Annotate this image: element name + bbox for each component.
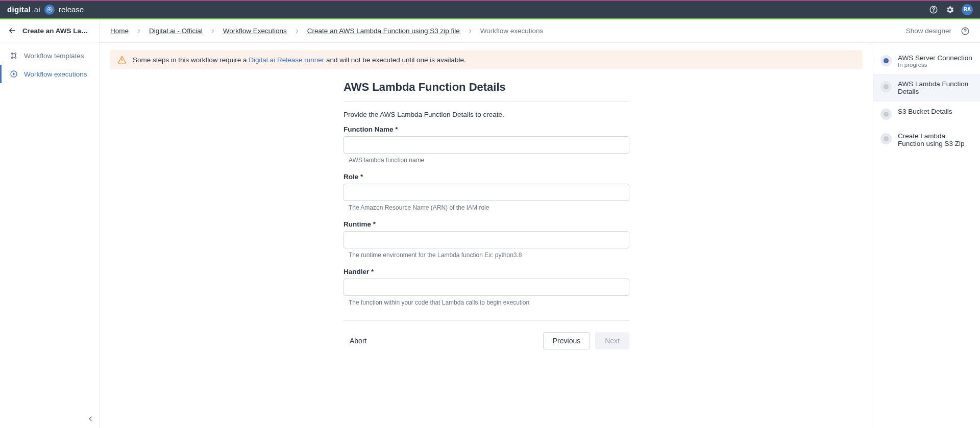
form-actions: Abort Previous Next	[344, 332, 629, 349]
product-name: release	[59, 5, 84, 14]
chevron-right-icon	[210, 28, 216, 34]
warning-text: Some steps in this workflow require a Di…	[133, 56, 466, 64]
breadcrumb-org[interactable]: Digital.ai - Official	[149, 27, 203, 35]
divider	[344, 320, 629, 321]
warning-banner: Some steps in this workflow require a Di…	[110, 50, 863, 69]
function-name-input[interactable]	[344, 136, 629, 154]
step-subtitle: In progress	[898, 62, 972, 68]
chevron-right-icon	[467, 28, 473, 34]
field-help: The Amazon Resource Name (ARN) of the IA…	[344, 204, 629, 211]
header-help-icon[interactable]	[961, 27, 970, 36]
svg-point-3	[11, 53, 13, 55]
step-aws-server-connection[interactable]: AWS Server Connection In progress	[873, 48, 980, 74]
field-label: Handler *	[344, 268, 629, 275]
executions-icon	[10, 70, 18, 78]
step-lambda-function-details[interactable]: AWS Lambda Function Details	[873, 74, 980, 102]
warning-icon	[117, 55, 127, 64]
brand-primary: digital	[7, 5, 31, 14]
header-right: Show designer	[906, 27, 970, 36]
step-status-icon	[880, 109, 892, 120]
warning-suffix: and will not be executed until one is av…	[324, 56, 466, 64]
svg-point-5	[11, 57, 13, 59]
divider	[344, 101, 629, 102]
field-role: Role * The Amazon Resource Name (ARN) of…	[344, 173, 629, 211]
runtime-input[interactable]	[344, 231, 629, 248]
warning-link[interactable]: Digital.ai Release runner	[249, 56, 324, 64]
avatar[interactable]: RA	[962, 4, 973, 15]
form-description: Provide the AWS Lambda Function Details …	[344, 111, 629, 118]
next-button[interactable]: Next	[595, 332, 629, 349]
sidebar-item-workflow-templates[interactable]: Workflow templates	[0, 46, 100, 65]
abort-button[interactable]: Abort	[344, 333, 373, 349]
sidebar-title: Create an AWS Lambd...	[22, 27, 91, 35]
breadcrumb-home[interactable]: Home	[110, 27, 129, 35]
collapse-sidebar-icon[interactable]	[86, 415, 94, 423]
step-status-icon	[880, 81, 892, 92]
previous-button[interactable]: Previous	[543, 332, 590, 349]
field-runtime: Runtime * The runtime environment for th…	[344, 220, 629, 259]
warning-prefix: Some steps in this workflow require a	[133, 56, 249, 64]
role-input[interactable]	[344, 184, 629, 201]
field-help: AWS lambda function name	[344, 157, 629, 164]
field-label: Function Name *	[344, 125, 629, 133]
step-title: Create Lambda Function using S3 Zip	[898, 132, 973, 147]
svg-point-10	[121, 62, 122, 63]
field-label: Role *	[344, 173, 629, 181]
brand-text: digital.ai	[7, 5, 40, 14]
breadcrumb-current: Workflow executions	[480, 27, 544, 35]
breadcrumb-executions[interactable]: Workflow Executions	[223, 27, 287, 35]
field-function-name: Function Name * AWS lambda function name	[344, 125, 629, 164]
back-icon[interactable]	[8, 27, 16, 35]
step-s3-bucket-details[interactable]: S3 Bucket Details	[873, 102, 980, 126]
form: AWS Lambda Function Details Provide the …	[344, 81, 629, 349]
sidebar: Create an AWS Lambd... Workflow template…	[0, 19, 100, 428]
step-title: AWS Server Connection	[898, 54, 972, 62]
main-header: Home Digital.ai - Official Workflow Exec…	[100, 19, 980, 43]
svg-point-9	[965, 32, 966, 33]
field-handler: Handler * The function within your code …	[344, 268, 629, 306]
step-title: AWS Lambda Function Details	[898, 80, 973, 95]
help-icon[interactable]	[929, 5, 938, 14]
chevron-right-icon	[294, 28, 300, 34]
form-title: AWS Lambda Function Details	[344, 81, 629, 94]
gear-icon[interactable]	[945, 5, 954, 14]
topbar: digital.ai release RA	[0, 0, 980, 19]
sidebar-item-label: Workflow executions	[24, 70, 87, 78]
topbar-right: RA	[929, 4, 973, 15]
sidebar-header: Create an AWS Lambd...	[0, 19, 100, 42]
step-create-lambda-s3-zip[interactable]: Create Lambda Function using S3 Zip	[873, 126, 980, 154]
step-status-icon	[880, 55, 892, 66]
svg-point-2	[933, 11, 934, 12]
chevron-right-icon	[136, 28, 142, 34]
sidebar-item-label: Workflow templates	[24, 52, 84, 60]
templates-icon	[10, 52, 18, 60]
field-help: The runtime environment for the Lambda f…	[344, 251, 629, 259]
sidebar-item-workflow-executions[interactable]: Workflow executions	[0, 65, 100, 83]
step-status-icon	[880, 133, 892, 144]
brand: digital.ai release	[7, 5, 84, 15]
field-help: The function within your code that Lambd…	[344, 299, 629, 306]
step-title: S3 Bucket Details	[898, 108, 952, 115]
breadcrumb-workflow[interactable]: Create an AWS Lambda Function using S3 z…	[307, 27, 460, 35]
show-designer-link[interactable]: Show designer	[906, 27, 951, 35]
field-label: Runtime *	[344, 220, 629, 228]
brand-suffix: .ai	[32, 5, 40, 14]
content-area: Some steps in this workflow require a Di…	[100, 43, 873, 428]
handler-input[interactable]	[344, 279, 629, 296]
svg-point-6	[15, 57, 16, 59]
brand-logo-icon	[44, 5, 55, 15]
breadcrumb: Home Digital.ai - Official Workflow Exec…	[110, 27, 543, 35]
steps-rail: AWS Server Connection In progress AWS La…	[873, 43, 980, 428]
svg-point-4	[15, 53, 16, 55]
main: Home Digital.ai - Official Workflow Exec…	[100, 19, 980, 428]
